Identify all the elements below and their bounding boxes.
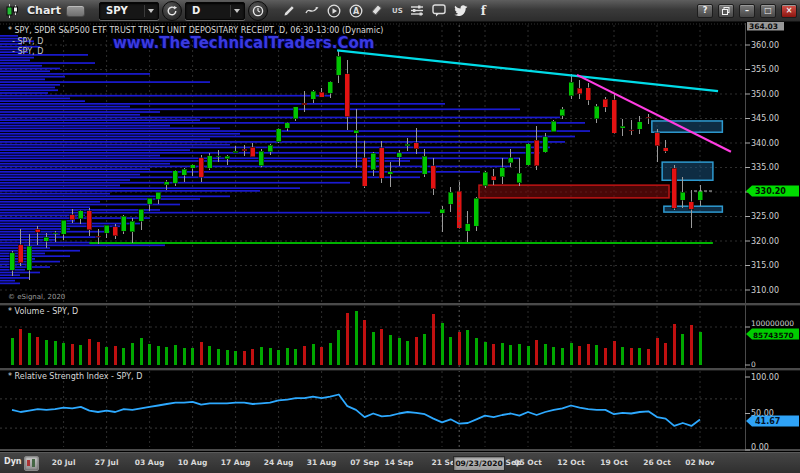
volume-profile xyxy=(0,35,590,284)
svg-text:335.00: 335.00 xyxy=(751,163,779,172)
close-button[interactable]: × xyxy=(781,4,797,18)
svg-text:355.00: 355.00 xyxy=(751,65,779,74)
wave-icon xyxy=(305,5,319,17)
facebook-button[interactable]: f xyxy=(474,1,493,20)
svg-text:0: 0 xyxy=(751,360,756,369)
chart-title-badge-icon xyxy=(66,5,85,17)
letter-a-circle-icon: A xyxy=(349,4,363,18)
annotation-boxes[interactable] xyxy=(479,121,722,212)
chart-canvas[interactable]: 360.00355.00350.00345.00340.00335.00330.… xyxy=(0,0,800,473)
toolbar: Chart SPY D A US xyxy=(0,0,800,22)
svg-text:350.00: 350.00 xyxy=(751,90,779,99)
mixer-button[interactable] xyxy=(408,1,427,20)
svg-text:315.00: 315.00 xyxy=(751,261,779,270)
svg-text:325.00: 325.00 xyxy=(751,212,779,221)
volume-panel-title: * Volume - SPY, D xyxy=(8,307,78,316)
svg-text:310.00: 310.00 xyxy=(751,286,779,295)
svg-text:100.00: 100.00 xyxy=(751,373,779,382)
chevron-down-icon xyxy=(234,9,240,13)
pencil-icon xyxy=(283,4,296,17)
help-button[interactable]: ? xyxy=(697,4,713,18)
selected-date-marker: 09/23/2020 xyxy=(453,456,505,471)
time-axis-tick: 27 Jul xyxy=(95,458,119,467)
chart-window: Chart SPY D A US xyxy=(0,0,800,473)
time-axis[interactable]: Dyn 09/23/2020 20 Jul27 Jul03 Aug10 Aug1… xyxy=(0,452,800,473)
svg-text:0.00: 0.00 xyxy=(751,443,769,452)
symbol-dropdown[interactable]: SPY xyxy=(99,2,159,20)
svg-text:330.20: 330.20 xyxy=(755,187,786,196)
price-axis[interactable]: 360.00355.00350.00345.00340.00335.00330.… xyxy=(745,21,799,295)
time-axis-tick: 07 Sep xyxy=(350,458,379,467)
interval-value: D xyxy=(186,5,230,16)
time-axis-tick: 17 Aug xyxy=(221,458,251,467)
svg-text:A: A xyxy=(352,7,359,16)
watermark: www.TheTechnicalTraders.Com xyxy=(113,34,374,52)
draw-button[interactable] xyxy=(280,1,299,20)
copyright-label: © eSignal, 2020 xyxy=(8,293,65,301)
dynamic-mode-button[interactable]: Dyn xyxy=(4,457,22,466)
svg-text:345.00: 345.00 xyxy=(751,114,779,123)
refresh-icon xyxy=(166,5,178,17)
legend-item: - SPY, D xyxy=(12,47,43,56)
chat-button[interactable] xyxy=(430,1,449,20)
rsi-axis[interactable]: 100.0050.000.0041.67 xyxy=(745,373,799,453)
chevron-down-icon xyxy=(148,9,154,13)
time-axis-tick: 03 Aug xyxy=(135,458,165,467)
volume-bars xyxy=(11,311,702,365)
replay-button[interactable] xyxy=(324,1,343,20)
legend-item: - SPY, D xyxy=(12,37,43,46)
eraser-icon xyxy=(371,4,384,17)
time-axis-tick: 20 Jul xyxy=(52,458,76,467)
studies-button[interactable] xyxy=(302,1,321,20)
symbol-value: SPY xyxy=(100,5,144,16)
time-axis-tick: 24 Aug xyxy=(264,458,294,467)
time-axis-tick: 19 Oct xyxy=(600,458,627,467)
minimize-button[interactable]: – xyxy=(739,4,755,18)
time-settings-button[interactable] xyxy=(248,1,268,21)
svg-text:85743570: 85743570 xyxy=(753,331,794,340)
app-candlestick-icon xyxy=(3,1,22,20)
svg-text:320.00: 320.00 xyxy=(751,237,779,246)
annotation-button[interactable]: A xyxy=(346,1,365,20)
time-axis-tick: 12 Oct xyxy=(557,458,584,467)
volume-axis[interactable]: 100000000085743570 xyxy=(745,319,799,369)
gridlines xyxy=(0,24,745,447)
svg-text:340.00: 340.00 xyxy=(751,139,779,148)
calendar-icon[interactable] xyxy=(24,456,39,471)
time-axis-tick: 31 Aug xyxy=(307,458,337,467)
restore-icon xyxy=(722,7,730,15)
rsi-panel-title: * Relative Strength Index - SPY, D xyxy=(8,372,142,381)
svg-text:364.03: 364.03 xyxy=(749,22,778,31)
twitter-icon xyxy=(454,5,468,17)
eraser-button[interactable] xyxy=(368,1,387,20)
twitter-button[interactable] xyxy=(452,1,471,20)
time-axis-tick: 05 Oct xyxy=(514,458,541,467)
time-axis-tick: 26 Oct xyxy=(643,458,670,467)
clock-icon xyxy=(252,5,264,17)
svg-text:360.00: 360.00 xyxy=(751,41,779,50)
mixer-icon xyxy=(410,4,424,17)
svg-text:100000000: 100000000 xyxy=(751,319,794,328)
time-axis-tick: 02 Nov xyxy=(685,458,714,467)
app-title: Chart xyxy=(27,4,61,17)
region-label: US xyxy=(392,7,403,15)
time-axis-tick: 14 Sep xyxy=(385,458,414,467)
interval-dropdown[interactable]: D xyxy=(185,2,245,20)
svg-text:41.67: 41.67 xyxy=(755,417,780,426)
time-axis-tick: 10 Aug xyxy=(178,458,208,467)
restore-button[interactable] xyxy=(718,4,734,18)
refresh-button[interactable] xyxy=(162,1,182,21)
play-icon xyxy=(327,4,341,18)
maximize-button[interactable]: □ xyxy=(760,4,776,18)
chat-bubble-icon xyxy=(432,4,446,17)
